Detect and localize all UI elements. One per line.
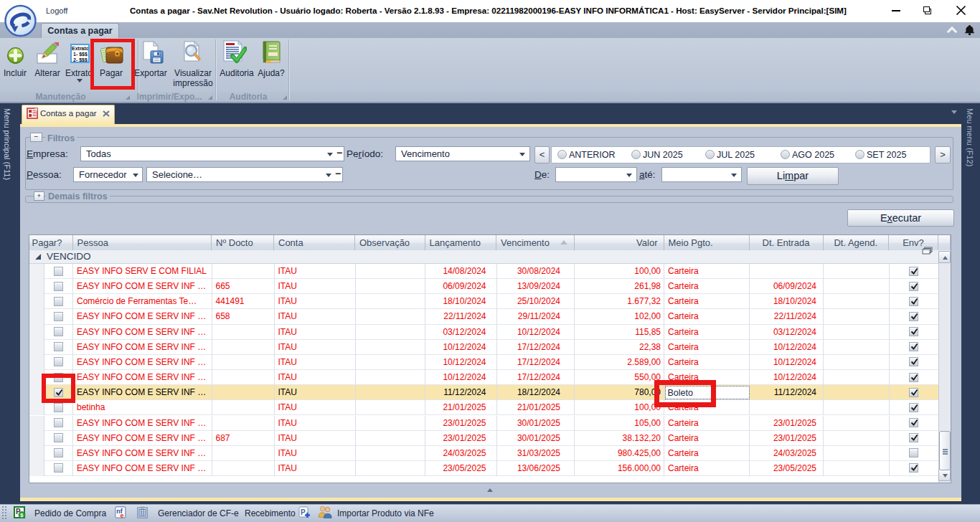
- svg-text:P: P: [301, 508, 306, 516]
- svg-text:e: e: [121, 512, 124, 519]
